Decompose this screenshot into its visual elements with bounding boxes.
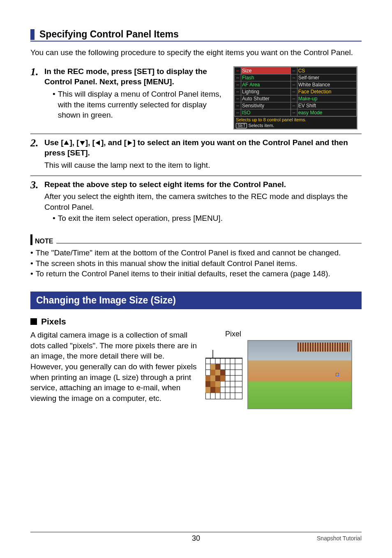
sample-photo [247, 340, 352, 409]
step-3-number: 3. [30, 179, 44, 224]
pixels-heading: Pixels [41, 317, 66, 326]
note-accent-bar [30, 234, 32, 245]
screenshot-message-2-text: Selects item. [248, 123, 274, 128]
right-arrow-icon [127, 138, 133, 147]
scr-item-size: Size [241, 67, 291, 74]
page-number: 30 [192, 534, 200, 543]
svg-rect-30 [205, 387, 210, 393]
step-2-text-mid3: ], and [ [101, 138, 127, 147]
screenshot-message-2: SETSelects item. [234, 123, 357, 129]
note-item: To return the Control Panel items to the… [30, 269, 362, 279]
scr-item-sensitivity: Sensitivity [241, 102, 291, 109]
step-2-text-mid2: ], [ [85, 138, 95, 147]
screenshot-table: – Size – CS – Flash – Self-timer – [234, 67, 357, 116]
pixels-subhead-row: Pixels [30, 317, 362, 326]
section-header: Specifying Control Panel Items [30, 29, 362, 42]
note-line [56, 243, 362, 243]
scr-item-afarea: AF Area [241, 81, 291, 88]
svg-rect-18 [210, 364, 215, 370]
svg-marker-3 [128, 140, 132, 145]
step-2-text-pre: Use [ [44, 138, 63, 147]
svg-rect-26 [220, 375, 225, 381]
svg-rect-20 [210, 370, 215, 375]
step-divider [30, 176, 362, 176]
control-panel-screenshot: – Size – CS – Flash – Self-timer – [233, 66, 357, 130]
step-2-heading: Use [], [], [], and [] to select an item… [44, 137, 357, 158]
pixel-figure: Pixel [205, 330, 362, 409]
svg-rect-28 [210, 381, 215, 387]
svg-rect-27 [205, 381, 210, 387]
svg-marker-0 [64, 140, 69, 145]
screenshot-message-1: Selects up to 8 control panel items. [234, 116, 357, 123]
scr-item-iso: ISO [241, 109, 291, 116]
scr-item-lighting: Lighting [241, 88, 291, 95]
left-arrow-icon [95, 138, 101, 147]
step-3-heading: Repeat the above step to select eight it… [44, 179, 357, 190]
note-list: The "Date/Time" item at the bottom of th… [30, 248, 362, 279]
scr-item-cs: CS [297, 67, 356, 74]
note-item-text: The screen shots in this manual show the… [36, 258, 297, 269]
section-accent-bar [30, 29, 35, 40]
screenshot-set-button: SET [236, 123, 247, 128]
intro-text: You can use the following procedure to s… [30, 47, 362, 58]
up-arrow-icon [63, 138, 69, 147]
blue-heading: Changing the Image Size (Size) [30, 292, 362, 309]
scr-dash-icon: – [291, 88, 297, 95]
scr-dash-icon: – [235, 95, 241, 102]
step-1-bullet: This will display a menu of Control Pane… [44, 89, 225, 120]
note-header: NOTE [30, 234, 362, 245]
scr-dash-icon: – [291, 67, 297, 74]
scr-item-easymode: easy Mode [297, 109, 356, 116]
note-item: The screen shots in this manual show the… [30, 258, 362, 269]
scr-dash-icon: – [235, 88, 241, 95]
svg-rect-25 [215, 375, 220, 381]
photo-stripes [297, 343, 350, 352]
section-title: Specifying Control Panel Items [39, 29, 179, 40]
scr-item-makeup: Make-up [297, 95, 356, 102]
step-2-sub: This will cause the lamp next to the ite… [44, 160, 357, 171]
svg-rect-19 [215, 364, 220, 370]
footer-right: Snapshot Tutorial [317, 535, 362, 542]
pixels-paragraph: A digital camera image is a collection o… [30, 330, 197, 409]
page-footer: 30 Snapshot Tutorial [30, 532, 362, 542]
note-item-text: To return the Control Panel items to the… [36, 269, 330, 279]
scr-dash-icon: – [291, 109, 297, 116]
scr-item-evshift: EV Shift [297, 102, 356, 109]
step-2-text-mid1: ], [ [69, 138, 79, 147]
step-1-bullet-text: This will display a menu of Control Pane… [58, 89, 225, 120]
svg-rect-32 [215, 387, 220, 393]
scr-dash-icon: – [235, 81, 241, 88]
scr-item-whitebalance: White Balance [297, 81, 356, 88]
step-2-number: 2. [30, 137, 44, 171]
step-3-bullet-text: To exit the item select operation, press… [58, 213, 223, 224]
note-item-text: The "Date/Time" item at the bottom of th… [36, 248, 341, 258]
svg-rect-29 [215, 381, 220, 387]
scr-dash-icon: – [235, 109, 241, 116]
scr-dash-icon: – [291, 81, 297, 88]
square-bullet-icon [30, 318, 37, 325]
svg-rect-21 [215, 370, 220, 375]
scr-dash-icon: – [291, 95, 297, 102]
svg-rect-23 [205, 375, 210, 381]
svg-rect-24 [210, 375, 215, 381]
scr-dash-icon: – [235, 74, 241, 81]
step-1-heading: In the REC mode, press [SET] to display … [44, 66, 225, 87]
photo-pixel-indicator [336, 373, 339, 376]
note-label: NOTE [35, 238, 53, 245]
scr-dash-icon: – [235, 102, 241, 109]
scr-dash-icon: – [235, 67, 241, 74]
scr-item-facedetection: Face Detection [297, 88, 356, 95]
scr-item-flash: Flash [241, 74, 291, 81]
scr-item-selftimer: Self-timer [297, 74, 356, 81]
scr-dash-icon: – [291, 102, 297, 109]
svg-marker-1 [80, 141, 85, 146]
pixel-grid-diagram [205, 350, 242, 399]
svg-marker-2 [95, 140, 100, 145]
step-3-bullet: To exit the item select operation, press… [44, 213, 357, 224]
svg-rect-31 [210, 387, 215, 393]
svg-rect-22 [220, 370, 225, 375]
scr-item-autoshutter: Auto Shutter [241, 95, 291, 102]
note-item: The "Date/Time" item at the bottom of th… [30, 248, 362, 258]
scr-dash-icon: – [291, 74, 297, 81]
step-1-number: 1. [30, 66, 44, 130]
